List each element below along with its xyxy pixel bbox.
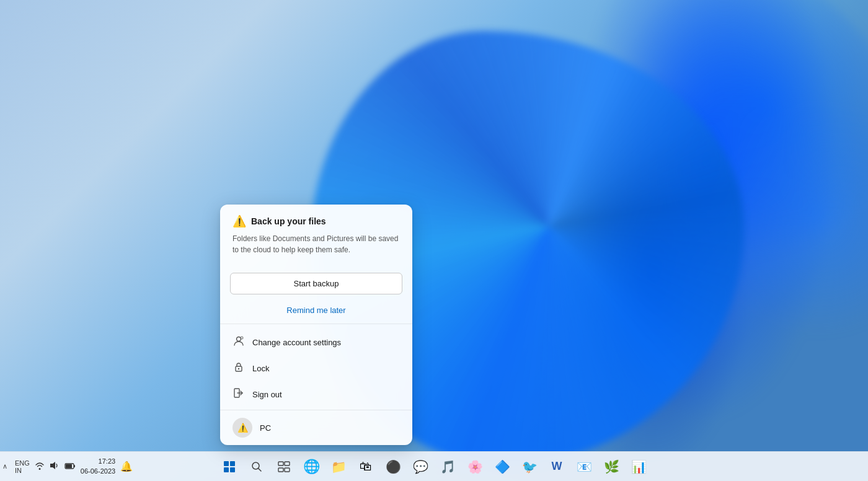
taskbar-search-button[interactable] (244, 454, 269, 479)
backup-section: ⚠️ Back up your files Folders like Docum… (220, 205, 412, 265)
desktop: ⚠️ Back up your files Folders like Docum… (0, 0, 868, 481)
svg-marker-12 (50, 462, 55, 469)
tray-battery-icon[interactable] (64, 462, 76, 472)
taskbar-teams-icon[interactable]: 💬 (408, 454, 433, 479)
warning-icon: ⚠️ (232, 214, 246, 228)
change-account-settings-item[interactable]: Change account settings (220, 329, 412, 355)
menu-divider (220, 324, 412, 324)
taskbar: 🌐 📁 🛍 ⚫ 💬 🎵 🌸 🔷 🐦 W 📧 🌿 📊 ∧ ENG IN (0, 451, 868, 481)
taskbar-twitter-icon[interactable]: 🐦 (517, 454, 542, 479)
account-icon (232, 335, 245, 349)
tray-wifi-icon[interactable] (35, 461, 45, 472)
svg-rect-11 (285, 468, 290, 472)
user-avatar-warning: ⚠️ (237, 423, 248, 433)
change-account-label: Change account settings (252, 338, 341, 347)
taskbar-center-icons: 🌐 📁 🛍 ⚫ 💬 🎵 🌸 🔷 🐦 W 📧 🌿 📊 (217, 454, 651, 479)
windows-logo-icon (224, 461, 235, 472)
sign-out-item[interactable]: Sign out (220, 381, 412, 407)
taskbar-outlook-icon[interactable]: 📧 (572, 454, 596, 479)
user-profile-row[interactable]: ⚠️ PC (220, 410, 412, 445)
tray-lang-icon: ENG IN (15, 459, 30, 474)
svg-rect-8 (278, 462, 283, 466)
taskbar-word-icon[interactable]: W (544, 454, 569, 479)
tray-sound-icon[interactable] (50, 461, 60, 472)
taskbar-notification-icon[interactable]: 🔔 (120, 461, 133, 472)
lock-icon (232, 361, 245, 375)
user-name: PC (260, 423, 271, 433)
taskbar-edge-icon[interactable]: 🌐 (299, 454, 324, 479)
taskbar-store-icon[interactable]: 🛍 (353, 454, 378, 479)
taskbar-clock[interactable]: 17:23 06-06-2023 (81, 457, 115, 476)
svg-rect-15 (74, 465, 75, 467)
taskbar-spotify-icon[interactable]: 🎵 (435, 454, 460, 479)
svg-rect-14 (66, 464, 72, 468)
svg-point-0 (237, 337, 241, 342)
taskbar-app5-icon[interactable]: 📊 (626, 454, 651, 479)
svg-point-3 (238, 368, 239, 369)
taskbar-time-display: 17:23 (81, 457, 115, 466)
tray-overflow-button[interactable]: ∧ (0, 460, 10, 473)
backup-title-row: ⚠️ Back up your files (232, 214, 400, 228)
lock-label: Lock (252, 364, 269, 373)
taskbar-app1-icon[interactable]: ⚫ (381, 454, 405, 479)
svg-line-7 (259, 468, 262, 471)
taskbar-app2-icon[interactable]: 🌸 (463, 454, 487, 479)
taskbar-explorer-icon[interactable]: 📁 (326, 454, 351, 479)
user-menu-items: Change account settings Lock (220, 327, 412, 410)
svg-rect-10 (278, 468, 283, 472)
signout-label: Sign out (252, 390, 282, 399)
svg-rect-9 (285, 462, 290, 466)
taskbar-app3-icon[interactable]: 🔷 (490, 454, 515, 479)
user-avatar: ⚠️ (232, 418, 252, 438)
backup-description: Folders like Documents and Pictures will… (232, 233, 400, 255)
taskbar-taskview-button[interactable] (272, 454, 296, 479)
taskbar-app4-icon[interactable]: 🌿 (599, 454, 624, 479)
remind-later-button[interactable]: Remind me later (220, 302, 412, 319)
start-menu-user-popup: ⚠️ Back up your files Folders like Docum… (220, 205, 412, 445)
lock-item[interactable]: Lock (220, 355, 412, 381)
signout-icon (232, 387, 245, 401)
taskbar-date-display: 06-06-2023 (81, 467, 115, 476)
taskbar-start-button[interactable] (217, 454, 242, 479)
taskbar-system-tray: ∧ ENG IN (0, 457, 133, 476)
backup-title-text: Back up your files (251, 216, 326, 226)
start-backup-button[interactable]: Start backup (230, 273, 402, 294)
